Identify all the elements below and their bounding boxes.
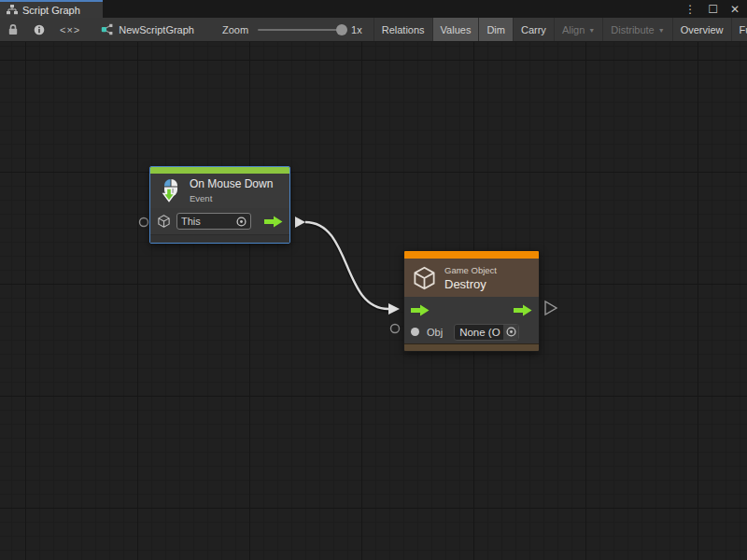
window-menu-icon[interactable]: ⋮ <box>684 4 696 15</box>
code-brackets-icon: <×> <box>60 24 80 35</box>
chevron-down-icon: ▼ <box>658 27 665 34</box>
destroy-node-body: Obj None (O <box>404 297 539 343</box>
wire-end-arrow-icon <box>388 303 400 315</box>
event-node-header[interactable]: On Mouse Down Event <box>150 174 289 208</box>
align-dropdown[interactable]: Align ▼ <box>554 18 602 41</box>
zoom-value: 1x <box>351 24 362 35</box>
zoom-label: Zoom <box>222 24 248 35</box>
flow-output-arrow-icon[interactable] <box>514 304 532 316</box>
self-object-field[interactable]: This <box>176 213 251 230</box>
window-maximize-icon[interactable]: ☐ <box>708 4 718 15</box>
script-graph-icon <box>101 23 113 35</box>
inspect-button[interactable] <box>26 18 52 41</box>
object-picker-button[interactable] <box>503 325 518 340</box>
game-object-cube-icon <box>157 214 171 229</box>
tab-title: Script Graph <box>22 5 80 16</box>
event-node-body: This <box>150 208 289 234</box>
window-close-icon[interactable]: ✕ <box>730 4 740 15</box>
zoom-slider-handle[interactable] <box>336 24 347 35</box>
info-icon <box>34 23 45 36</box>
flow-output-arrow-icon[interactable] <box>264 216 283 228</box>
destroy-node-footer <box>404 343 539 351</box>
flow-wire[interactable] <box>305 222 388 309</box>
value-port-dot-icon[interactable] <box>411 328 419 336</box>
lock-icon <box>7 23 19 35</box>
node-title: On Mouse Down <box>190 178 273 191</box>
graph-name-label: NewScriptGraph <box>119 24 194 35</box>
flow-ports-row <box>404 297 539 320</box>
node-on-mouse-down[interactable]: On Mouse Down Event This <box>149 166 290 244</box>
node-destroy[interactable]: Game Object Destroy Obj None (O <box>403 250 540 352</box>
distribute-dropdown[interactable]: Distribute ▼ <box>602 18 671 41</box>
game-object-cube-icon <box>412 265 437 291</box>
destroy-node-header[interactable]: Game Object Destroy <box>404 259 539 297</box>
graph-hierarchy-icon <box>7 5 18 15</box>
destroy-node-titles: Game Object Destroy <box>444 265 497 291</box>
graph-name-breadcrumb[interactable]: NewScriptGraph <box>101 18 194 41</box>
code-view-button[interactable]: <×> <box>52 18 88 41</box>
event-self-input-port[interactable] <box>140 218 148 227</box>
overview-button[interactable]: Overview <box>672 18 731 41</box>
event-node-footer <box>150 234 289 243</box>
tab-script-graph[interactable]: Script Graph <box>0 0 103 18</box>
flow-input-arrow-icon[interactable] <box>411 304 430 316</box>
wire-start-arrow-icon <box>295 217 305 228</box>
dim-button[interactable]: Dim <box>478 18 513 41</box>
zoom-slider[interactable] <box>258 29 342 31</box>
event-node-titles: On Mouse Down Event <box>190 178 273 203</box>
full-screen-button[interactable]: Full S <box>731 18 747 41</box>
destroy-obj-input-port[interactable] <box>391 325 400 333</box>
obj-parameter-row: Obj None (O <box>404 320 539 343</box>
event-accent-bar <box>150 167 289 174</box>
destroy-flow-output-port[interactable] <box>545 301 557 315</box>
carry-button[interactable]: Carry <box>513 18 554 41</box>
toolbar-button-group: Relations Values Dim Carry Align ▼ Distr… <box>374 18 747 41</box>
tab-bar: Script Graph ⋮ ☐ ✕ <box>0 0 747 18</box>
window-controls: ⋮ ☐ ✕ <box>684 0 740 18</box>
values-button[interactable]: Values <box>432 18 479 41</box>
chevron-down-icon: ▼ <box>588 27 595 34</box>
mouse-down-icon <box>158 178 182 203</box>
self-object-value: This <box>181 216 201 227</box>
graph-canvas[interactable]: On Mouse Down Event This <box>0 42 747 560</box>
relations-button[interactable]: Relations <box>374 18 432 41</box>
node-category: Game Object <box>444 265 497 275</box>
obj-object-value: None (O <box>455 327 500 338</box>
obj-parameter-label: Obj <box>427 327 443 338</box>
graph-toolbar: <×> NewScriptGraph Zoom 1x Relations Val… <box>0 18 747 42</box>
node-subtitle: Event <box>190 193 273 203</box>
connections-layer <box>0 42 747 560</box>
lock-button[interactable] <box>0 18 26 41</box>
destroy-accent-bar <box>404 251 539 259</box>
object-picker-icon <box>506 327 516 337</box>
object-picker-icon[interactable] <box>236 217 247 227</box>
node-title: Destroy <box>444 277 497 291</box>
zoom-control: Zoom 1x <box>222 18 366 41</box>
obj-object-field[interactable]: None (O <box>454 324 519 341</box>
